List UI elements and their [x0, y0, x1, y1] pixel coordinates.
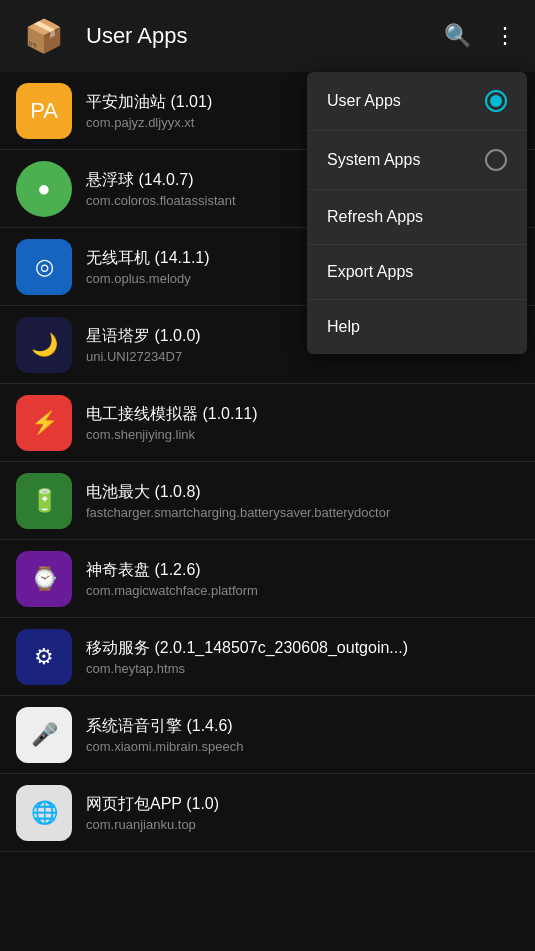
- radio-empty-icon: [485, 149, 507, 171]
- menu-item-label: User Apps: [327, 92, 401, 110]
- menu-item-system-apps[interactable]: System Apps: [307, 131, 527, 190]
- menu-item-help[interactable]: Help: [307, 300, 527, 354]
- menu-item-label: Refresh Apps: [327, 208, 423, 226]
- menu-item-label: Help: [327, 318, 360, 336]
- menu-item-label: Export Apps: [327, 263, 413, 281]
- radio-selected-icon: [485, 90, 507, 112]
- dropdown-menu: User AppsSystem AppsRefresh AppsExport A…: [307, 72, 527, 354]
- menu-item-export-apps[interactable]: Export Apps: [307, 245, 527, 300]
- menu-item-user-apps[interactable]: User Apps: [307, 72, 527, 131]
- menu-item-label: System Apps: [327, 151, 420, 169]
- menu-item-refresh-apps[interactable]: Refresh Apps: [307, 190, 527, 245]
